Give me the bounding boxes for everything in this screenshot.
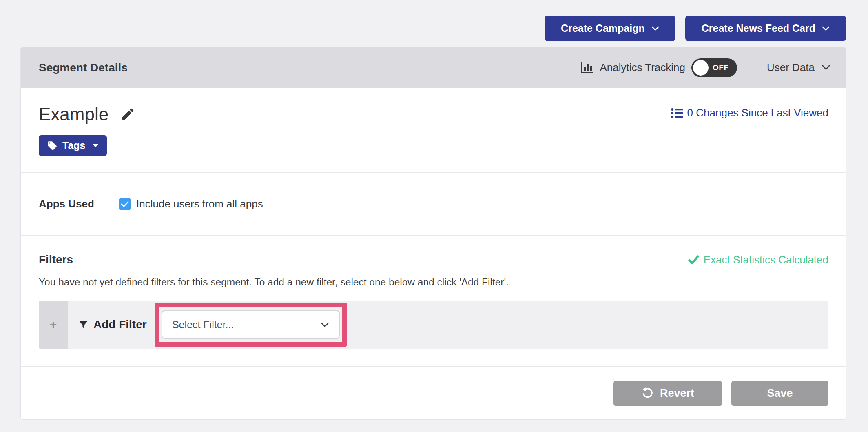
panel-header: Segment Details Analytics Tracking OFF U… [21,47,846,88]
user-data-dropdown[interactable]: User Data [751,47,846,88]
create-news-feed-card-button[interactable]: Create News Feed Card [685,16,846,41]
include-all-apps-option: Include users from all apps [119,198,263,210]
exact-statistics-label: Exact Statistics Calculated [704,254,828,266]
user-data-label: User Data [767,61,815,74]
chevron-down-icon [651,26,659,31]
check-icon [688,255,699,265]
create-campaign-button[interactable]: Create Campaign [545,16,675,41]
pencil-icon [120,107,135,122]
filters-section: Filters Exact Statistics Calculated You … [21,235,846,366]
segment-name: Example [39,104,108,125]
include-all-apps-checkbox[interactable] [119,198,131,210]
chevron-down-icon [822,65,830,70]
analytics-tracking-label: Analytics Tracking [600,61,685,74]
apps-used-label: Apps Used [39,198,119,210]
add-filter-plus-button[interactable]: + [39,301,68,349]
select-filter-value: Select Filter... [172,319,234,331]
add-filter-row: + Add Filter Select Filter... [39,301,828,349]
funnel-icon [78,320,89,330]
tag-icon [47,140,58,151]
chevron-down-icon [321,322,329,327]
revert-icon [641,387,653,399]
save-button[interactable]: Save [731,381,828,406]
edit-name-button[interactable] [120,107,135,122]
tags-button[interactable]: Tags [39,135,107,156]
exact-statistics-status: Exact Statistics Calculated [688,254,828,266]
filters-heading: Filters [39,253,73,266]
apps-used-section: Apps Used Include users from all apps [21,172,846,235]
segment-details-panel: Segment Details Analytics Tracking OFF U… [20,47,846,420]
tags-button-label: Tags [62,140,86,151]
create-news-feed-card-label: Create News Feed Card [702,22,815,34]
toggle-state-label: OFF [713,63,729,72]
changes-since-last-viewed-link[interactable]: 0 Changes Since Last Viewed [671,107,828,119]
segment-title-section: Example 0 Changes [21,88,846,172]
top-action-bar: Create Campaign Create News Feed Card [545,16,846,41]
panel-footer: Revert Save [21,366,846,419]
analytics-tracking-toggle[interactable]: OFF [691,58,737,77]
toggle-knob [693,60,709,76]
revert-button-label: Revert [660,387,694,400]
list-icon [671,108,683,118]
chevron-down-icon [822,26,830,31]
panel-title: Segment Details [21,61,580,74]
create-campaign-label: Create Campaign [561,22,645,34]
changes-link-label: 0 Changes Since Last Viewed [687,107,828,119]
add-filter-label-group: Add Filter [78,301,147,349]
filters-empty-message: You have not yet defined filters for thi… [39,276,828,288]
caret-down-icon [92,144,99,147]
select-filter-highlight: Select Filter... [155,303,347,347]
include-all-apps-label: Include users from all apps [136,198,263,210]
bar-chart-icon [580,62,593,74]
analytics-tracking-group: Analytics Tracking OFF [580,47,751,88]
revert-button[interactable]: Revert [613,381,722,406]
add-filter-label: Add Filter [93,318,147,331]
select-filter-dropdown[interactable]: Select Filter... [162,310,340,339]
save-button-label: Save [767,387,793,400]
